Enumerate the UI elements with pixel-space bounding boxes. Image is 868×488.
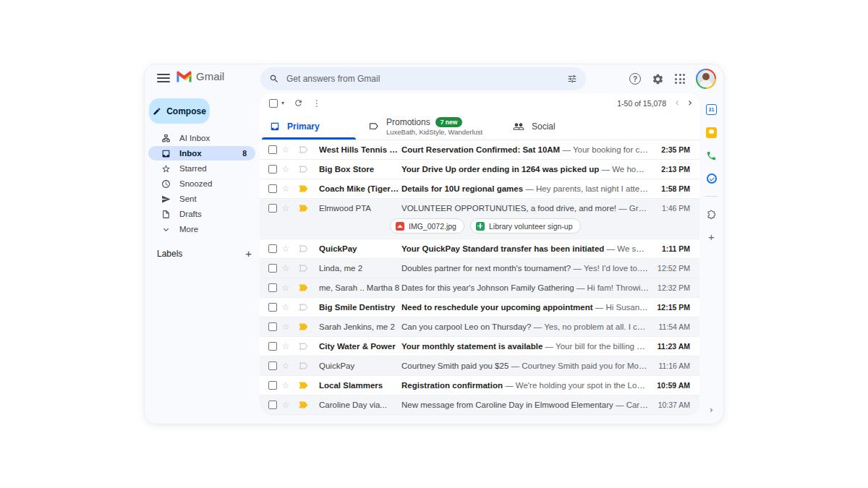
row-checkbox[interactable] xyxy=(268,303,277,312)
importance-marker[interactable] xyxy=(294,323,312,330)
star-icon[interactable]: ☆ xyxy=(277,244,294,254)
star-icon[interactable]: ☆ xyxy=(277,283,294,293)
menu-icon[interactable] xyxy=(157,74,170,85)
more-options-icon[interactable]: ⋮ xyxy=(312,98,321,108)
row-checkbox[interactable] xyxy=(268,322,277,331)
get-addons-icon[interactable]: + xyxy=(708,231,715,242)
tab-promotions[interactable]: Promotions 7 new LuxeBath, KidStyle, Wan… xyxy=(358,113,503,140)
star-icon[interactable]: ☆ xyxy=(277,145,294,155)
profile-avatar[interactable] xyxy=(696,69,716,89)
attachment-chips: IMG_0072.jpgLibrary volunteer sign-up xyxy=(260,218,699,239)
importance-marker[interactable] xyxy=(294,401,312,408)
email-row[interactable]: ☆ Sarah Jenkins, me 2 Can you carpool Le… xyxy=(260,317,699,337)
row-checkbox[interactable] xyxy=(268,342,277,351)
email-row[interactable]: ☆ Linda, me 2 Doubles partner for next m… xyxy=(260,259,699,278)
row-checkbox[interactable] xyxy=(268,361,277,370)
refresh-icon[interactable] xyxy=(294,98,303,108)
sidebar-item-more[interactable]: More xyxy=(148,222,255,236)
star-icon[interactable]: ☆ xyxy=(277,164,294,174)
email-sender: Caroline Day via... xyxy=(319,401,401,409)
help-icon[interactable]: ? xyxy=(629,73,641,85)
star-icon[interactable]: ☆ xyxy=(277,380,294,390)
compose-button[interactable]: Compose xyxy=(149,98,210,124)
settings-gear-icon[interactable] xyxy=(652,73,664,85)
email-row[interactable]: ☆ Caroline Day via... New message from C… xyxy=(260,395,699,415)
apps-grid-icon[interactable] xyxy=(675,74,685,84)
importance-marker[interactable] xyxy=(294,343,312,350)
older-page-icon[interactable]: › xyxy=(688,98,692,108)
addon-icon[interactable] xyxy=(706,208,718,220)
star-icon[interactable]: ☆ xyxy=(277,400,294,410)
collapse-panel-icon[interactable]: › xyxy=(710,405,713,415)
email-row[interactable]: ☆ Coach Mike (Tigers SC) Details for 10U… xyxy=(260,179,699,199)
email-time: 11:23 AM xyxy=(655,342,699,351)
select-dropdown-icon[interactable]: ▾ xyxy=(281,100,284,106)
sidebar-item-snoozed[interactable]: Snoozed xyxy=(148,176,255,191)
keep-icon[interactable] xyxy=(706,127,718,138)
tab-primary[interactable]: Primary xyxy=(260,113,358,140)
email-row[interactable]: ☆ Big Box Store Your Drive Up order endi… xyxy=(260,160,699,179)
email-row[interactable]: ☆ West Hills Tennis Club Court Reservati… xyxy=(260,140,699,160)
sidebar-item-sent[interactable]: Sent xyxy=(148,192,255,206)
importance-marker[interactable] xyxy=(294,304,312,311)
email-row[interactable]: ☆ me, Sarah .. Martha 8 Dates for this y… xyxy=(260,278,699,298)
star-icon[interactable]: ☆ xyxy=(277,263,294,273)
email-row[interactable]: ☆ Big Smile Dentistry Need to reschedule… xyxy=(260,298,699,317)
voice-icon[interactable] xyxy=(706,150,718,161)
email-subject-line: New message from Caroline Day in Elmwood… xyxy=(401,401,655,409)
sidebar-item-ai-inbox[interactable]: AI Inbox xyxy=(148,131,255,145)
sidebar-item-inbox[interactable]: Inbox 8 xyxy=(148,146,255,160)
sidebar-item-label: Starred xyxy=(179,164,238,173)
importance-marker[interactable] xyxy=(294,166,312,173)
select-all-checkbox[interactable] xyxy=(269,99,278,108)
attachment-chip[interactable]: Library volunteer sign-up xyxy=(470,218,581,234)
panel-divider xyxy=(705,196,718,197)
sidebar-item-starred[interactable]: Starred xyxy=(148,161,255,176)
search-options-icon[interactable] xyxy=(567,74,577,84)
importance-marker[interactable] xyxy=(294,185,312,192)
inbox-unread-count: 8 xyxy=(242,149,247,158)
star-icon[interactable]: ☆ xyxy=(277,322,294,332)
row-checkbox[interactable] xyxy=(268,204,277,213)
calendar-icon[interactable]: 31 xyxy=(706,103,718,115)
email-sender: West Hills Tennis Club xyxy=(319,145,401,154)
star-icon[interactable]: ☆ xyxy=(277,341,294,351)
importance-marker[interactable] xyxy=(294,146,312,153)
tasks-icon[interactable] xyxy=(706,173,718,184)
email-row[interactable]: ☆ City Water & Power Your monthly statem… xyxy=(260,337,699,356)
importance-marker[interactable] xyxy=(294,245,312,252)
importance-marker[interactable] xyxy=(294,382,312,389)
sidebar-item-drafts[interactable]: Drafts xyxy=(148,207,255,221)
side-panel: 31 + › xyxy=(699,93,723,424)
newer-page-icon[interactable]: ‹ xyxy=(675,98,679,108)
row-checkbox[interactable] xyxy=(268,381,277,390)
email-row[interactable]: ☆ QuickPay Your QuickPay Standard transf… xyxy=(260,239,699,259)
search-icon xyxy=(269,74,279,84)
star-icon[interactable]: ☆ xyxy=(277,184,294,194)
star-icon[interactable]: ☆ xyxy=(277,302,294,312)
importance-marker[interactable] xyxy=(294,205,312,212)
importance-marker[interactable] xyxy=(294,265,312,272)
email-row[interactable]: ☆ QuickPay Courtney Smith paid you $25 —… xyxy=(260,356,699,376)
tab-social[interactable]: Social xyxy=(503,113,590,140)
compose-label: Compose xyxy=(166,106,206,116)
sidebar-item-label: Inbox xyxy=(179,149,234,158)
star-icon[interactable]: ☆ xyxy=(277,361,294,371)
email-row[interactable]: ☆ Local Slammers Registration confirmati… xyxy=(260,376,699,395)
attachment-chip[interactable]: IMG_0072.jpg xyxy=(390,218,464,234)
row-checkbox[interactable] xyxy=(268,165,277,174)
row-checkbox[interactable] xyxy=(268,264,277,273)
email-row[interactable]: ☆ Elmwood PTA VOLUNTEER OPPORTUNUTIES, a… xyxy=(260,199,699,239)
row-checkbox[interactable] xyxy=(268,145,277,154)
search-input[interactable] xyxy=(286,74,560,84)
row-checkbox[interactable] xyxy=(268,244,277,253)
importance-marker[interactable] xyxy=(294,362,312,369)
image-attachment-icon xyxy=(396,222,404,231)
row-checkbox[interactable] xyxy=(268,401,277,409)
row-checkbox[interactable] xyxy=(268,283,277,292)
create-label-icon[interactable]: + xyxy=(245,248,252,259)
star-icon[interactable]: ☆ xyxy=(277,203,294,213)
search-bar[interactable] xyxy=(260,67,586,90)
importance-marker[interactable] xyxy=(294,284,312,291)
row-checkbox[interactable] xyxy=(268,184,277,193)
